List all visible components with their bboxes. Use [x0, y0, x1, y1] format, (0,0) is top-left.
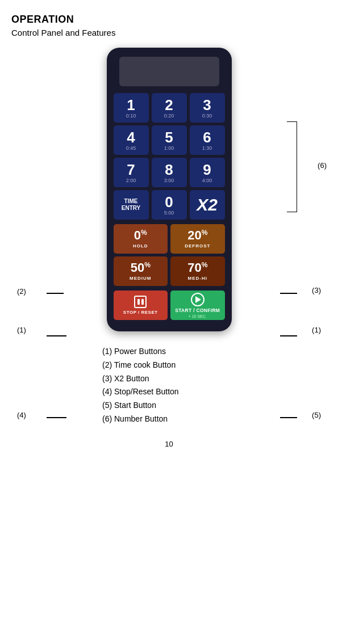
- num-btn-0[interactable]: 0 5:00: [152, 190, 187, 220]
- legend-item-1: (1) Power Buttons: [102, 345, 327, 359]
- medium-button[interactable]: 50% MEDIUM: [114, 256, 168, 286]
- num-btn-5[interactable]: 5 1:00: [152, 125, 187, 155]
- page-subtitle: Control Panel and Features: [11, 28, 327, 37]
- num-btn-9[interactable]: 9 4:00: [190, 158, 225, 187]
- legend-area: (1) Power Buttons (2) Time cook Button (…: [11, 345, 327, 426]
- numpad-grid: 1 0:10 2 0:20 3 0:30 4 0:45 5 1:00: [114, 93, 225, 220]
- connector-1-right: [280, 335, 297, 336]
- page-title: OPERATION: [11, 14, 327, 26]
- num-btn-8[interactable]: 8 3:00: [152, 158, 187, 187]
- action-grid: STOP / RESET START / CONFIRM + 10 SEC.: [114, 291, 225, 320]
- num-btn-7[interactable]: 7 2:00: [114, 158, 149, 187]
- connector-5: [280, 417, 297, 418]
- connector-3: [280, 293, 297, 294]
- page-number: 10: [11, 440, 327, 448]
- med-hi-button[interactable]: 70% MED-HI: [170, 256, 225, 286]
- legend-item-2: (2) Time cook Button: [102, 359, 327, 372]
- start-confirm-button[interactable]: START / CONFIRM + 10 SEC.: [170, 291, 225, 320]
- display-screen: [119, 57, 219, 86]
- bracket-6: [287, 121, 297, 212]
- legend-item-4: (4) Stop/Reset Button: [102, 385, 327, 399]
- connector-4: [47, 417, 66, 418]
- label-1-left: (1): [17, 326, 26, 334]
- num-btn-4[interactable]: 4 0:45: [114, 125, 149, 155]
- connector-1-left: [47, 335, 66, 336]
- connector-2: [47, 293, 64, 294]
- defrost-button[interactable]: 20% DEFROST: [170, 224, 225, 254]
- legend-item-6: (6) Number Button: [102, 413, 327, 426]
- time-entry-button[interactable]: TIMEENTRY: [114, 190, 149, 220]
- x2-button[interactable]: X2: [190, 190, 225, 220]
- label-6: (6): [318, 161, 327, 170]
- power-grid: 0% HOLD 20% DEFROST 50% MEDIUM 70% MED-H…: [114, 224, 225, 286]
- label-4: (4): [17, 411, 26, 419]
- num-btn-3[interactable]: 3 0:30: [190, 93, 225, 123]
- label-5: (5): [312, 411, 321, 419]
- label-3: (3): [312, 286, 321, 294]
- num-btn-2[interactable]: 2 0:20: [152, 93, 187, 123]
- label-1-right: (1): [312, 326, 321, 334]
- legend-item-5: (5) Start Button: [102, 399, 327, 413]
- stop-icon: [134, 296, 147, 308]
- label-2: (2): [17, 287, 26, 296]
- num-btn-6[interactable]: 6 1:30: [190, 125, 225, 155]
- control-panel: 1 0:10 2 0:20 3 0:30 4 0:45 5 1:00: [107, 48, 232, 331]
- play-icon: [191, 293, 205, 306]
- stop-reset-button[interactable]: STOP / RESET: [114, 291, 168, 320]
- hold-button[interactable]: 0% HOLD: [114, 224, 168, 254]
- num-btn-1[interactable]: 1 0:10: [114, 93, 149, 123]
- legend-item-3: (3) X2 Button: [102, 372, 327, 386]
